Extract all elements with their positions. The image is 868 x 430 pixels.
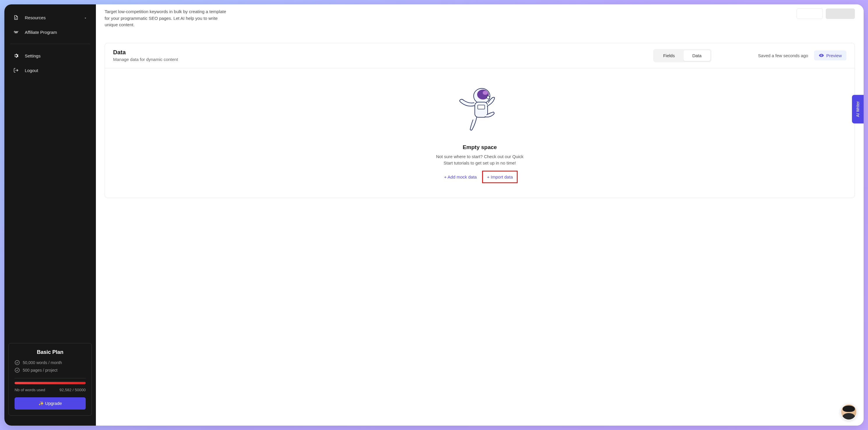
- check-circle-icon: [14, 368, 20, 373]
- sidebar-item-label: Settings: [25, 53, 40, 58]
- sidebar: Resources Affiliate Program Settings: [4, 4, 96, 426]
- import-highlight: + Import data: [482, 171, 518, 183]
- main-content: Target low-competition keywords in bulk …: [96, 4, 864, 426]
- tabs-segment: Fields Data: [653, 49, 711, 62]
- svg-point-0: [15, 361, 20, 365]
- tab-data[interactable]: Data: [683, 50, 710, 61]
- sidebar-item-resources[interactable]: Resources: [4, 10, 96, 25]
- astronaut-illustration: [458, 86, 502, 135]
- usage-value: 92,582 / 50000: [59, 388, 86, 392]
- plan-card: Basic Plan 50,000 words / month 500 page…: [8, 343, 92, 416]
- panel-title-block: Data Manage data for dynamic content: [113, 49, 178, 62]
- ai-writer-tab[interactable]: AI Writer: [852, 95, 864, 123]
- preview-button[interactable]: Preview: [814, 51, 846, 60]
- svg-point-4: [483, 91, 488, 95]
- user-avatar[interactable]: [840, 403, 857, 420]
- add-mock-data-button[interactable]: + Add mock data: [442, 173, 479, 181]
- sidebar-item-affiliate[interactable]: Affiliate Program: [4, 25, 96, 39]
- plan-feature: 50,000 words / month: [14, 360, 86, 365]
- tab-fields[interactable]: Fields: [654, 50, 683, 61]
- upgrade-button[interactable]: ✨ Upgrade: [14, 397, 86, 409]
- svg-rect-6: [475, 102, 488, 117]
- top-action-outline[interactable]: [797, 8, 823, 19]
- check-circle-icon: [14, 360, 20, 365]
- data-panel: Data Manage data for dynamic content Fie…: [105, 43, 855, 198]
- chevron-down-icon: [84, 16, 87, 19]
- usage-progress: [14, 382, 86, 384]
- sidebar-item-settings[interactable]: Settings: [4, 49, 96, 63]
- page-description: Target low-competition keywords in bulk …: [105, 8, 227, 28]
- svg-rect-7: [478, 105, 485, 109]
- empty-description: Not sure where to start? Check out our Q…: [432, 153, 528, 167]
- handshake-icon: [13, 29, 19, 35]
- top-action-filled[interactable]: [826, 8, 855, 19]
- eye-icon: [819, 53, 824, 58]
- document-icon: [13, 15, 19, 21]
- sidebar-item-label: Affiliate Program: [25, 30, 57, 35]
- usage-label: Nb of words used: [14, 388, 45, 392]
- saved-status: Saved a few seconds ago: [758, 53, 808, 58]
- empty-state: Empty space Not sure where to start? Che…: [105, 68, 855, 198]
- panel-subtitle: Manage data for dynamic content: [113, 57, 178, 62]
- sidebar-item-label: Logout: [25, 68, 38, 73]
- divider: [14, 378, 86, 378]
- preview-label: Preview: [826, 53, 842, 58]
- import-data-button[interactable]: + Import data: [485, 173, 515, 181]
- svg-point-5: [487, 96, 490, 99]
- plan-feature-text: 500 pages / project: [23, 368, 57, 373]
- app-window: Resources Affiliate Program Settings: [4, 4, 864, 426]
- empty-actions: + Add mock data + Import data: [111, 171, 849, 183]
- sidebar-item-label: Resources: [25, 15, 46, 20]
- usage-row: Nb of words used 92,582 / 50000: [14, 388, 86, 392]
- sidebar-nav: Resources Affiliate Program Settings: [4, 10, 96, 339]
- plan-title: Basic Plan: [14, 349, 86, 355]
- top-bar: Target low-competition keywords in bulk …: [105, 4, 855, 28]
- usage-progress-fill: [14, 382, 86, 384]
- plan-feature: 500 pages / project: [14, 368, 86, 373]
- panel-header: Data Manage data for dynamic content Fie…: [105, 43, 855, 68]
- top-buttons: [797, 8, 855, 19]
- plan-feature-text: 50,000 words / month: [23, 360, 62, 365]
- svg-point-1: [15, 368, 20, 373]
- panel-controls: Fields Data Saved a few seconds ago Prev…: [653, 49, 846, 62]
- empty-title: Empty space: [111, 144, 849, 150]
- logout-icon: [13, 67, 19, 73]
- gear-icon: [13, 53, 19, 59]
- sidebar-item-logout[interactable]: Logout: [4, 63, 96, 78]
- panel-title: Data: [113, 49, 178, 56]
- divider: [10, 44, 90, 44]
